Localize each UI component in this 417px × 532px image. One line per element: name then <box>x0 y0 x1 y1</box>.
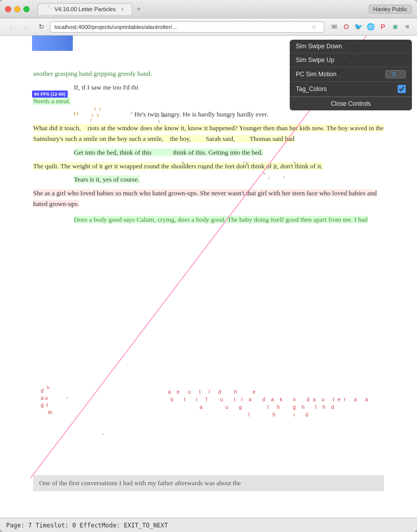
sim-swipe-down-label: Sim Swipe Down <box>296 43 406 50</box>
does-a-body-text: Does a body good says Calum, crying, doe… <box>74 216 368 223</box>
float-letter-a: a <box>76 110 78 115</box>
scatter-row4: I h i d <box>168 411 369 419</box>
needs-a-meal: Needs a meal. <box>33 97 70 105</box>
sim-swipe-up-row: Sim Swipe Up <box>290 53 412 67</box>
sim-swipe-up-label: Sim Swipe Up <box>296 56 406 64</box>
text-green-1: another grasping hand gripping greedy ha… <box>33 70 152 77</box>
text-line-8: Tears is it, yes of course. <box>74 174 384 185</box>
tab-close-button[interactable]: × <box>119 6 126 13</box>
bottom-text: One of the first conversations I had wit… <box>39 479 241 487</box>
get-into-bed: Get into the bed, think of this think of… <box>74 149 263 156</box>
floating-area-1: Ia o He's twin hungry. He is hardly hung… <box>33 109 384 120</box>
browser-window: 📄 V4.16.00 Letter Particles × + Hanley P… <box>0 0 417 532</box>
text-line-7: The quilt. The weight of it get it wrapp… <box>33 161 384 172</box>
tab-title: V4.16.00 Letter Particles <box>54 6 116 12</box>
progress-bar <box>32 36 73 51</box>
float-letter-o: o <box>130 110 133 115</box>
active-tab[interactable]: 📄 V4.16.00 Letter Particles × <box>38 3 132 15</box>
pinterest-icon[interactable]: P <box>377 21 388 33</box>
tab-favicon-icon: 📄 <box>44 6 51 13</box>
she-as-girl: She as a girl who loved babies so much w… <box>33 189 377 208</box>
scatter-h: h , <box>182 159 187 166</box>
scatter-h2: h <box>294 159 296 166</box>
sim-swipe-down-row: Sim Swipe Down <box>290 40 412 53</box>
extension-icon[interactable]: ▣ <box>390 21 401 33</box>
toolbar: ‹ › ↻ localhost:4000/projects/unprintabl… <box>0 18 417 36</box>
what-did-it-touch: What did it touch, riots at the window d… <box>33 124 384 142</box>
new-tab-button[interactable]: + <box>132 3 145 15</box>
controls-panel: Sim Swipe Down Sim Swipe Up PC Sim Motio… <box>290 40 412 110</box>
text-line-5-part1: What did it touch, riots at the window d… <box>33 123 384 144</box>
toolbar-icons: ✉ O 🐦 🌐 P ▣ ≡ <box>328 21 413 33</box>
scatter-row3: a u g I h g h I h d <box>168 403 369 411</box>
opera-icon[interactable]: O <box>341 21 352 33</box>
twitter-icon[interactable]: 🐦 <box>353 21 364 33</box>
forward-button[interactable]: › <box>19 20 33 34</box>
period-1: . <box>66 392 68 400</box>
mail-icon[interactable]: ✉ <box>328 21 340 33</box>
traffic-lights <box>5 6 30 12</box>
scatter-er: er. <box>48 409 53 416</box>
text-line-10: Does a body good says Calum, crying, doe… <box>33 215 384 225</box>
scatter-row1: a e u t l d h e <box>168 388 369 396</box>
scatter-row2: b t i f u t r a d a k n d a u t e r a a <box>168 396 369 403</box>
scatter-au: a u <box>41 395 53 402</box>
tag-colors-label: Tag_Colors <box>296 85 394 93</box>
close-button[interactable] <box>5 6 11 12</box>
scatter-d-h: dh <box>41 388 53 395</box>
pc-sim-motion-row: PC Sim Motion <box>290 67 412 82</box>
text-line-9: She as a girl who loved babies so much w… <box>33 188 384 210</box>
tag-colors-checkbox[interactable] <box>398 85 406 93</box>
title-bar: 📄 V4.16.00 Letter Particles × + Hanley P… <box>0 0 417 18</box>
scattered-letters-center: a e u t l d h e b t i f u t r a d a k n … <box>168 388 369 419</box>
menu-icon[interactable]: ≡ <box>402 21 413 33</box>
maximize-button[interactable] <box>23 6 30 12</box>
text-line-6: Get into the bed, think of this think of… <box>74 147 384 158</box>
status-text: Page: 7 Timeslot: 0 EffectMode: EXIT_TO_… <box>6 522 168 529</box>
the-quilt: The quilt. The weight of it get it wrapp… <box>33 162 323 170</box>
hes-twin-text: He's twin hungry. He is hardly hungry ha… <box>134 110 268 118</box>
scattered-letters-bottom-left: dh a u g t er. <box>41 388 53 416</box>
scatter-C: C <box>273 164 276 171</box>
status-bar: Page: 7 Timeslot: 0 EffectMode: EXIT_TO_… <box>0 518 417 532</box>
account-badge: Hanley Public <box>369 5 412 14</box>
fps-badge: 60 FPS (12-60) <box>32 91 68 98</box>
address-text: localhost:4000/projects/unprintables/ala… <box>54 24 307 30</box>
back-button[interactable]: ‹ <box>4 20 17 34</box>
bottom-text-box: One of the first conversations I had wit… <box>33 475 384 491</box>
minimize-button[interactable] <box>14 6 20 12</box>
tab-area: 📄 V4.16.00 Letter Particles × + <box>38 3 365 15</box>
globe-icon[interactable]: 🌐 <box>365 21 376 33</box>
refresh-button[interactable]: ↻ <box>35 20 48 34</box>
hes-twin-line: Ia o <box>74 110 133 118</box>
text-line-2-content: If, if I saw me too I'd thi <box>74 83 138 91</box>
bookmark-star-icon[interactable]: ☆ <box>309 21 320 33</box>
tears: Tears is it, yes of course. <box>74 175 140 183</box>
period-2: . <box>102 428 104 436</box>
scatter-no: no <box>202 164 207 171</box>
scatter-g-t: g t <box>41 402 53 409</box>
scatter-Ch: Ch' <box>243 159 249 166</box>
pc-sim-motion-label: PC Sim Motion <box>296 71 381 78</box>
address-bar[interactable]: localhost:4000/projects/unprintables/ala… <box>50 21 324 33</box>
tag-colors-row: Tag_Colors <box>290 82 412 97</box>
close-controls-button[interactable]: Close Controls <box>290 97 412 110</box>
pc-sim-motion-input[interactable] <box>385 70 406 78</box>
float-letter-I: I <box>74 111 75 116</box>
scattered-dau: dh a u g t er. <box>41 388 53 416</box>
content-area: 60 FPS (12-60) Sim Swipe Down Sim Swipe … <box>0 36 417 518</box>
text-line-4: Ia o He's twin hungry. He is hardly hung… <box>74 109 384 120</box>
